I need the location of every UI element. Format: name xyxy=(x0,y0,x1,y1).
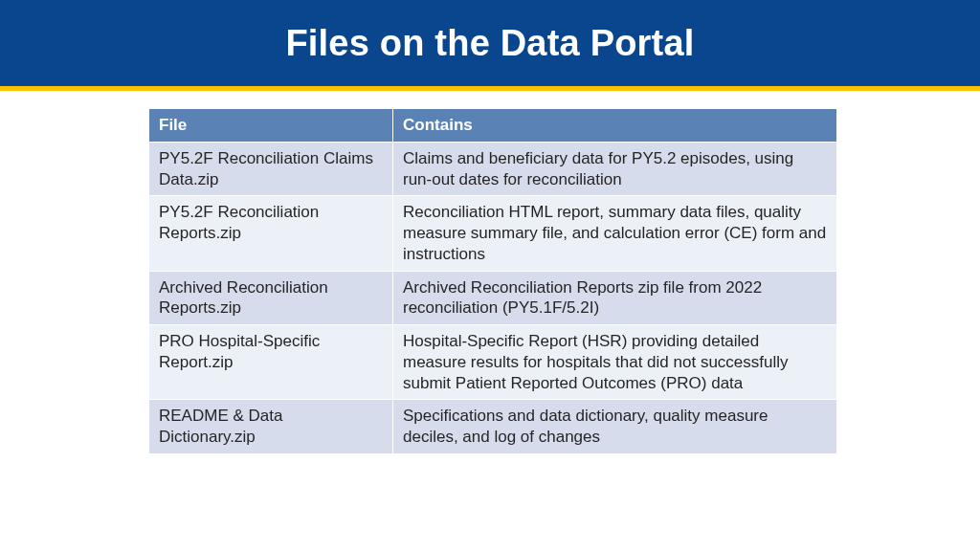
cell-contains: Archived Reconciliation Reports zip file… xyxy=(393,271,837,325)
cell-contains: Reconciliation HTML report, summary data… xyxy=(393,196,837,271)
cell-contains: Hospital-Specific Report (HSR) providing… xyxy=(393,325,837,400)
slide-content: File Contains PY5.2F Reconciliation Clai… xyxy=(0,91,980,454)
cell-contains: Specifications and data dictionary, qual… xyxy=(393,400,837,454)
table-header-row: File Contains xyxy=(149,109,837,143)
col-header-contains: Contains xyxy=(393,109,837,143)
slide-header: Files on the Data Portal xyxy=(0,0,980,91)
files-table: File Contains PY5.2F Reconciliation Clai… xyxy=(148,108,837,454)
table-row: README & Data Dictionary.zip Specificati… xyxy=(149,400,837,454)
cell-file: README & Data Dictionary.zip xyxy=(149,400,393,454)
cell-file: PY5.2F Reconciliation Reports.zip xyxy=(149,196,393,271)
cell-file: Archived Reconciliation Reports.zip xyxy=(149,271,393,325)
slide-title: Files on the Data Portal xyxy=(285,23,694,64)
table-row: PY5.2F Reconciliation Reports.zip Reconc… xyxy=(149,196,837,271)
cell-file: PRO Hospital-Specific Report.zip xyxy=(149,325,393,400)
table-row: PRO Hospital-Specific Report.zip Hospita… xyxy=(149,325,837,400)
table-row: Archived Reconciliation Reports.zip Arch… xyxy=(149,271,837,325)
table-row: PY5.2F Reconciliation Claims Data.zip Cl… xyxy=(149,142,837,196)
cell-file: PY5.2F Reconciliation Claims Data.zip xyxy=(149,142,393,196)
col-header-file: File xyxy=(149,109,393,143)
cell-contains: Claims and beneficiary data for PY5.2 ep… xyxy=(393,142,837,196)
